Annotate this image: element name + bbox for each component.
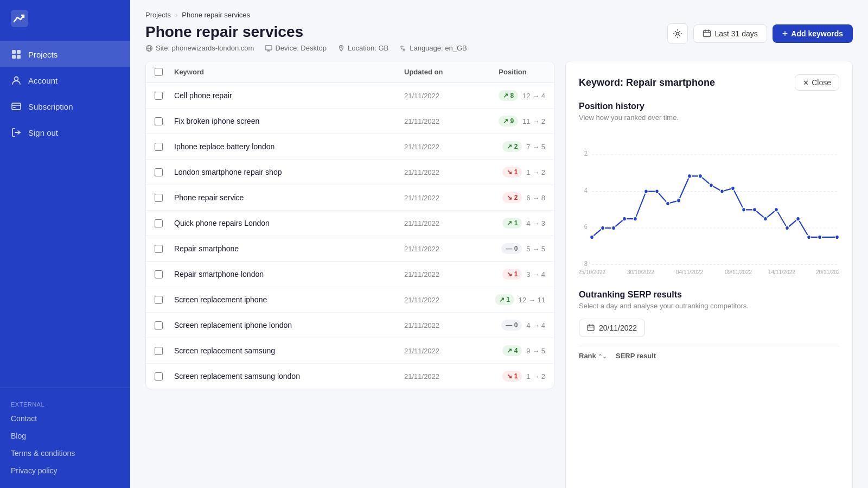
row-checkbox-4[interactable] <box>155 194 163 202</box>
position-badge: ↗ 1 <box>502 218 522 229</box>
position-change: 12 → 4 <box>522 92 545 100</box>
settings-button[interactable] <box>667 23 688 44</box>
svg-text:8: 8 <box>584 259 588 267</box>
panel-title: Keyword: Repair smartphone <box>579 77 715 88</box>
position-badge: ↗ 2 <box>502 141 522 152</box>
row-checkbox-0[interactable] <box>155 92 163 100</box>
select-all-checkbox[interactable] <box>155 68 163 76</box>
row-checkbox-3[interactable] <box>155 168 163 176</box>
gear-icon <box>673 29 682 39</box>
position-cell: ↗ 8 12 → 4 <box>480 90 545 101</box>
account-icon <box>11 75 22 86</box>
keyword-name: London smartphone repair shop <box>174 168 404 176</box>
row-checkbox-cell <box>155 347 174 355</box>
close-panel-button[interactable]: ✕ Close <box>795 74 839 91</box>
location-icon <box>337 45 345 52</box>
add-keywords-label: Add keywords <box>791 29 843 38</box>
position-cell: — 0 5 → 5 <box>480 243 545 254</box>
row-checkbox-cell <box>155 372 174 381</box>
outranking-title: Outranking SERP results <box>579 290 839 300</box>
meta-site: Site: phonewizards-london.com <box>145 44 254 52</box>
page-header-right: Last 31 days + Add keywords <box>667 23 853 44</box>
svg-rect-1 <box>12 50 16 54</box>
row-checkbox-10[interactable] <box>155 347 163 355</box>
svg-text:09/11/2022: 09/11/2022 <box>725 269 752 276</box>
updated-date: 21/11/2022 <box>404 347 480 355</box>
privacy-link[interactable]: Privacy policy <box>0 462 130 479</box>
logo-icon <box>11 10 28 27</box>
th-position: Position <box>480 68 545 76</box>
sidebar-item-subscription[interactable]: Subscription <box>0 93 130 119</box>
add-keywords-button[interactable]: + Add keywords <box>773 24 853 43</box>
table-row: Screen replacement samsung london 21/11/… <box>146 364 554 389</box>
row-checkbox-1[interactable] <box>155 117 163 125</box>
svg-rect-6 <box>12 103 21 110</box>
row-checkbox-cell <box>155 321 174 329</box>
outranking-date-value: 20/11/2022 <box>599 324 637 332</box>
row-checkbox-cell <box>155 296 174 304</box>
chart-svg: 2 4 6 8 <box>579 130 839 277</box>
position-change: 3 → 4 <box>526 270 545 278</box>
svg-point-36 <box>655 189 659 194</box>
breadcrumb-projects[interactable]: Projects <box>145 11 171 19</box>
keyword-name: Quick phone repairs London <box>174 219 404 227</box>
position-change: 1 → 2 <box>526 372 545 381</box>
keyword-detail-col: Keyword: Repair smartphone ✕ Close Posit… <box>565 61 853 488</box>
language-value: Language: en_GB <box>410 44 467 52</box>
projects-label: Projects <box>28 50 58 59</box>
subscription-icon <box>11 101 22 112</box>
updated-date: 21/11/2022 <box>404 168 480 176</box>
language-icon <box>399 45 407 52</box>
sidebar-item-projects[interactable]: Projects <box>0 41 130 67</box>
sidebar: Projects Account Subscription Sign out <box>0 0 130 488</box>
table-row: Repair smartphone london 21/11/2022 ↘ 1 … <box>146 262 554 287</box>
sidebar-item-account[interactable]: Account <box>0 67 130 93</box>
table-row: London smartphone repair shop 21/11/2022… <box>146 160 554 185</box>
meta-language: Language: en_GB <box>399 44 467 52</box>
page-header: Phone repair services Site: phonewizards… <box>145 23 853 52</box>
row-checkbox-cell <box>155 270 174 278</box>
page-meta: Site: phonewizards-london.com Device: De… <box>145 44 467 52</box>
position-badge: ↗ 8 <box>499 90 518 101</box>
svg-point-30 <box>590 235 594 239</box>
keyword-name: Screen replacement samsung london <box>174 372 404 381</box>
table-row: Screen replacement samsung 21/11/2022 ↗ … <box>146 338 554 364</box>
svg-point-48 <box>786 226 789 230</box>
projects-icon <box>11 49 22 60</box>
svg-point-52 <box>835 235 839 239</box>
row-checkbox-cell <box>155 92 174 100</box>
position-badge: ↘ 1 <box>502 269 522 280</box>
date-range-button[interactable]: Last 31 days <box>693 24 767 43</box>
row-checkbox-5[interactable] <box>155 219 163 227</box>
row-checkbox-7[interactable] <box>155 270 163 278</box>
position-change: 9 → 5 <box>526 347 545 355</box>
sidebar-item-signout[interactable]: Sign out <box>0 119 130 145</box>
calendar-small-icon <box>587 324 595 332</box>
position-cell: ↗ 1 12 → 11 <box>480 294 545 305</box>
site-value: Site: phonewizards-london.com <box>156 44 254 52</box>
th-keyword: Keyword <box>174 68 404 76</box>
row-checkbox-cell <box>155 219 174 227</box>
row-checkbox-6[interactable] <box>155 245 163 253</box>
position-badge: ↗ 9 <box>499 116 518 126</box>
terms-link[interactable]: Terms & conditions <box>0 445 130 462</box>
outranking-date-button[interactable]: 20/11/2022 <box>579 319 645 337</box>
svg-text:20/11/2022: 20/11/2022 <box>816 269 839 276</box>
right-panel: Keyword: Repair smartphone ✕ Close Posit… <box>565 61 853 488</box>
svg-point-5 <box>15 77 18 81</box>
contact-link[interactable]: Contact <box>0 410 130 427</box>
row-checkbox-11[interactable] <box>155 372 163 381</box>
position-cell: ↗ 1 4 → 3 <box>480 218 545 229</box>
row-checkbox-8[interactable] <box>155 296 163 304</box>
row-checkbox-2[interactable] <box>155 143 163 151</box>
position-badge: ↗ 4 <box>502 345 522 356</box>
keyword-name: Screen replacement iphone <box>174 295 404 304</box>
table-row: Quick phone repairs London 21/11/2022 ↗ … <box>146 211 554 236</box>
close-label: Close <box>812 78 831 87</box>
blog-link[interactable]: Blog <box>0 427 130 445</box>
svg-text:6: 6 <box>584 223 588 231</box>
position-cell: ↗ 2 7 → 5 <box>480 141 545 152</box>
row-checkbox-9[interactable] <box>155 321 163 329</box>
keyword-name: Repair smartphone london <box>174 270 404 278</box>
position-badge: ↘ 2 <box>502 192 522 203</box>
